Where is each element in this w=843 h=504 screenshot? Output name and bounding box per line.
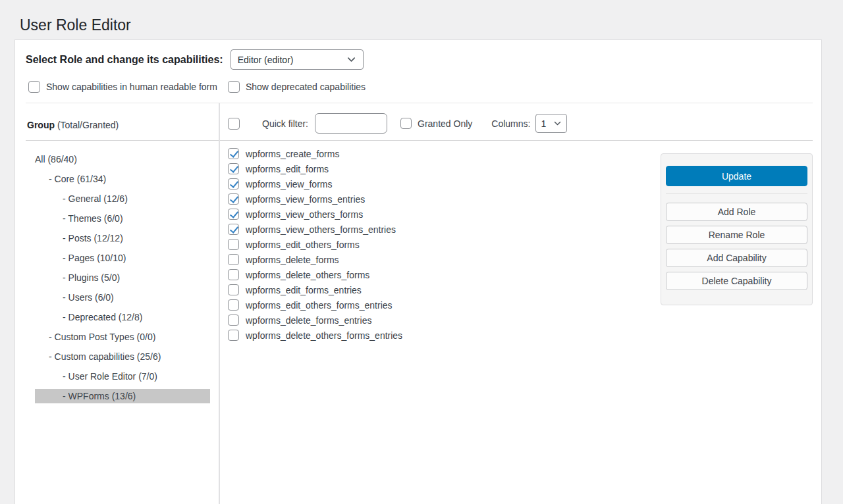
horizontal-divider xyxy=(26,140,813,141)
capability-row[interactable]: wpforms_edit_forms xyxy=(228,163,402,174)
groups-tree: All (86/40)- Core (61/34)- General (12/6… xyxy=(15,152,219,409)
user-role-editor-panel: Select Role and change its capabilities:… xyxy=(14,39,822,504)
role-selector-row: Select Role and change its capabilities:… xyxy=(26,49,364,70)
display-options-row: Show capabilities in human readable form… xyxy=(28,81,366,93)
capability-row[interactable]: wpforms_delete_others_forms xyxy=(228,269,402,280)
capability-checkbox[interactable] xyxy=(228,284,239,295)
capability-checkbox[interactable] xyxy=(228,224,239,235)
capability-checkbox[interactable] xyxy=(228,315,239,326)
role-select-value: Editor (editor) xyxy=(238,55,294,65)
capabilities-list: wpforms_create_formswpforms_edit_formswp… xyxy=(228,148,402,345)
human-readable-label[interactable]: Show capabilities in human readable form xyxy=(46,82,217,92)
role-select[interactable]: Editor (editor) xyxy=(231,49,364,70)
capability-row[interactable]: wpforms_edit_forms_entries xyxy=(228,284,402,295)
granted-only-checkbox[interactable] xyxy=(400,118,412,129)
capability-row[interactable]: wpforms_delete_forms_entries xyxy=(228,315,402,326)
group-header-suffix: (Total/Granted) xyxy=(55,120,119,130)
capability-label[interactable]: wpforms_view_others_forms_entries xyxy=(246,224,396,235)
capability-checkbox[interactable] xyxy=(228,299,239,311)
columns-select-value: 1 xyxy=(541,118,546,129)
capability-label[interactable]: wpforms_edit_forms_entries xyxy=(246,285,362,295)
capability-checkbox[interactable] xyxy=(228,209,239,220)
capability-checkbox[interactable] xyxy=(228,163,239,174)
group-tree-item[interactable]: - Core (61/34) xyxy=(35,172,210,186)
add-capability-button[interactable]: Add Capability xyxy=(666,249,807,267)
human-readable-checkbox[interactable] xyxy=(28,81,40,93)
group-tree-item[interactable]: All (86/40) xyxy=(35,152,210,166)
show-deprecated-label[interactable]: Show deprecated capabilities xyxy=(246,82,366,92)
group-tree-item[interactable]: - General (12/6) xyxy=(35,191,210,206)
group-column-header: Group (Total/Granted) xyxy=(27,120,119,130)
select-all-checkbox[interactable] xyxy=(228,118,240,130)
group-tree-item[interactable]: - Pages (10/10) xyxy=(35,251,210,265)
actions-panel: Update Add Role Rename Role Add Capabili… xyxy=(661,153,813,305)
add-role-button[interactable]: Add Role xyxy=(666,203,807,221)
human-readable-toggle[interactable]: Show capabilities in human readable form xyxy=(28,81,217,93)
delete-capability-button[interactable]: Delete Capability xyxy=(666,272,807,290)
capability-row[interactable]: wpforms_delete_others_forms_entries xyxy=(228,330,402,341)
group-tree-item[interactable]: - User Role Editor (7/0) xyxy=(35,369,210,384)
horizontal-divider xyxy=(26,103,813,103)
group-tree-item[interactable]: - Custom Post Types (0/0) xyxy=(35,330,210,344)
group-tree-item[interactable]: - WPForms (13/6) xyxy=(35,389,210,403)
capability-checkbox[interactable] xyxy=(228,330,239,341)
capability-row[interactable]: wpforms_delete_forms xyxy=(228,254,402,265)
quick-filter-input[interactable] xyxy=(315,113,387,134)
rename-role-button[interactable]: Rename Role xyxy=(666,226,807,244)
capability-label[interactable]: wpforms_edit_others_forms_entries xyxy=(246,300,393,311)
panel-divider xyxy=(666,193,807,194)
capability-row[interactable]: wpforms_view_others_forms_entries xyxy=(228,224,402,235)
capability-row[interactable]: wpforms_edit_others_forms xyxy=(228,239,402,250)
capability-checkbox[interactable] xyxy=(228,239,239,250)
group-tree-item[interactable]: - Users (6/0) xyxy=(35,290,210,305)
quick-filter-label: Quick filter: xyxy=(262,118,308,129)
show-deprecated-checkbox[interactable] xyxy=(228,81,240,93)
columns-label: Columns: xyxy=(491,118,530,129)
capability-label[interactable]: wpforms_delete_others_forms_entries xyxy=(246,330,402,341)
capability-row[interactable]: wpforms_view_forms xyxy=(228,178,402,189)
capability-label[interactable]: wpforms_delete_forms xyxy=(246,255,339,265)
capability-row[interactable]: wpforms_create_forms xyxy=(228,148,402,159)
capability-label[interactable]: wpforms_create_forms xyxy=(246,149,339,159)
capability-checkbox[interactable] xyxy=(228,148,239,159)
capability-label[interactable]: wpforms_delete_others_forms xyxy=(246,270,369,280)
capability-label[interactable]: wpforms_view_forms xyxy=(246,179,332,189)
filter-bar: Quick filter: Granted Only Columns: 1 xyxy=(228,113,567,134)
page-title: User Role Editor xyxy=(20,16,131,36)
capability-checkbox[interactable] xyxy=(228,193,239,205)
capability-label[interactable]: wpforms_edit_forms xyxy=(246,164,329,174)
show-deprecated-toggle[interactable]: Show deprecated capabilities xyxy=(228,81,366,93)
role-selector-label: Select Role and change its capabilities: xyxy=(26,54,223,66)
capability-checkbox[interactable] xyxy=(228,254,239,265)
capability-checkbox[interactable] xyxy=(228,269,239,280)
group-tree-item[interactable]: - Posts (12/12) xyxy=(35,231,210,245)
capability-label[interactable]: wpforms_delete_forms_entries xyxy=(246,315,371,326)
granted-only-label[interactable]: Granted Only xyxy=(418,118,472,129)
vertical-divider xyxy=(219,103,220,504)
group-header-bold: Group xyxy=(27,120,55,130)
capability-row[interactable]: wpforms_edit_others_forms_entries xyxy=(228,299,402,311)
group-tree-item[interactable]: - Themes (6/0) xyxy=(35,211,210,226)
capability-label[interactable]: wpforms_view_forms_entries xyxy=(246,194,365,205)
capability-label[interactable]: wpforms_view_others_forms xyxy=(246,209,363,220)
update-button[interactable]: Update xyxy=(666,166,807,186)
capability-row[interactable]: wpforms_view_others_forms xyxy=(228,209,402,220)
columns-select[interactable]: 1 xyxy=(535,114,567,133)
group-tree-item[interactable]: - Custom capabilities (25/6) xyxy=(35,349,210,364)
chevron-down-icon xyxy=(346,55,356,64)
group-tree-item[interactable]: - Plugins (5/0) xyxy=(35,270,210,285)
group-tree-item[interactable]: - Deprecated (12/8) xyxy=(35,310,210,324)
capability-checkbox[interactable] xyxy=(228,178,239,189)
capability-row[interactable]: wpforms_view_forms_entries xyxy=(228,193,402,205)
chevron-down-icon xyxy=(553,119,562,128)
capability-label[interactable]: wpforms_edit_others_forms xyxy=(246,239,360,250)
